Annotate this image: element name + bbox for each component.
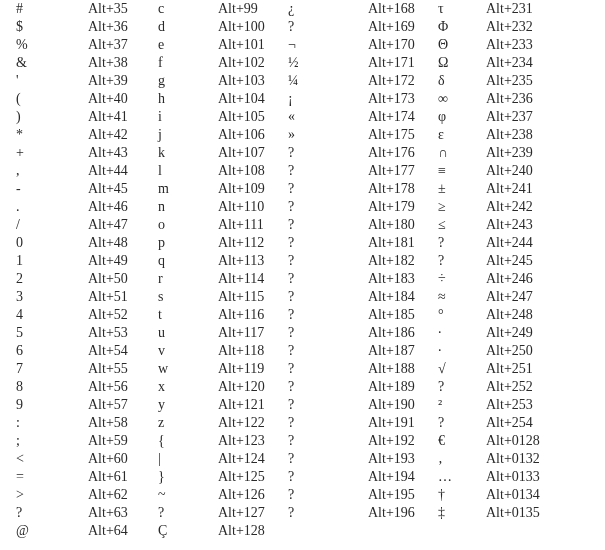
code-cell: Alt+110: [218, 198, 288, 216]
code-cell: Alt+100: [218, 18, 288, 36]
code-cell: Alt+252: [486, 378, 556, 396]
code-cell: Alt+235: [486, 72, 556, 90]
code-cell: Alt+61: [88, 468, 158, 486]
code-cell: Alt+35: [88, 0, 158, 18]
code-cell: Alt+254: [486, 414, 556, 432]
table-row: .Alt+46nAlt+110?Alt+179≥Alt+242: [16, 198, 593, 216]
char-cell: ?: [288, 18, 368, 36]
code-cell: Alt+245: [486, 252, 556, 270]
char-cell: d: [158, 18, 218, 36]
char-cell: 8: [16, 378, 88, 396]
char-cell: |: [158, 450, 218, 468]
char-cell: p: [158, 234, 218, 252]
code-cell: Alt+169: [368, 18, 438, 36]
char-cell: ∩: [438, 144, 486, 162]
char-cell: ±: [438, 180, 486, 198]
code-cell: Alt+172: [368, 72, 438, 90]
char-cell: x: [158, 378, 218, 396]
code-cell: Alt+42: [88, 126, 158, 144]
code-cell: Alt+127: [218, 504, 288, 522]
code-cell: Alt+192: [368, 432, 438, 450]
table-row: 3Alt+51sAlt+115?Alt+184≈Alt+247: [16, 288, 593, 306]
code-cell: Alt+119: [218, 360, 288, 378]
char-cell: u: [158, 324, 218, 342]
char-cell: &: [16, 54, 88, 72]
char-cell: ?: [288, 468, 368, 486]
table-row: &Alt+38fAlt+102½Alt+171ΩAlt+234: [16, 54, 593, 72]
table-row: <Alt+60|Alt+124?Alt+193‚Alt+0132: [16, 450, 593, 468]
char-cell: e: [158, 36, 218, 54]
code-cell: Alt+248: [486, 306, 556, 324]
char-cell: [288, 522, 368, 540]
code-cell: Alt+54: [88, 342, 158, 360]
code-cell: Alt+124: [218, 450, 288, 468]
char-cell: .: [16, 198, 88, 216]
char-cell: ?: [288, 486, 368, 504]
char-cell: »: [288, 126, 368, 144]
code-cell: Alt+175: [368, 126, 438, 144]
table-row: 4Alt+52tAlt+116?Alt+185°Alt+248: [16, 306, 593, 324]
char-cell: w: [158, 360, 218, 378]
code-cell: Alt+107: [218, 144, 288, 162]
code-cell: Alt+176: [368, 144, 438, 162]
char-cell: ≡: [438, 162, 486, 180]
code-cell: Alt+111: [218, 216, 288, 234]
code-cell: Alt+0132: [486, 450, 556, 468]
char-cell: r: [158, 270, 218, 288]
code-cell: [486, 522, 556, 540]
char-cell: /: [16, 216, 88, 234]
char-cell: ?: [438, 414, 486, 432]
code-cell: Alt+108: [218, 162, 288, 180]
table-row: +Alt+43kAlt+107?Alt+176∩Alt+239: [16, 144, 593, 162]
char-cell: ?: [288, 432, 368, 450]
char-cell: Ç: [158, 522, 218, 540]
char-cell: n: [158, 198, 218, 216]
char-cell: …: [438, 468, 486, 486]
char-cell: ¼: [288, 72, 368, 90]
code-cell: Alt+186: [368, 324, 438, 342]
code-cell: Alt+179: [368, 198, 438, 216]
code-cell: Alt+102: [218, 54, 288, 72]
char-cell: ': [16, 72, 88, 90]
table-row: 5Alt+53uAlt+117?Alt+186∙Alt+249: [16, 324, 593, 342]
alt-code-table: #Alt+35cAlt+99¿Alt+168τAlt+231$Alt+36dAl…: [0, 0, 605, 540]
char-cell: o: [158, 216, 218, 234]
code-cell: Alt+234: [486, 54, 556, 72]
char-cell: √: [438, 360, 486, 378]
char-cell: ?: [288, 504, 368, 522]
code-cell: Alt+244: [486, 234, 556, 252]
code-cell: Alt+238: [486, 126, 556, 144]
code-cell: Alt+49: [88, 252, 158, 270]
char-cell: #: [16, 0, 88, 18]
char-cell: ?: [288, 252, 368, 270]
char-cell: ¿: [288, 0, 368, 18]
code-cell: Alt+60: [88, 450, 158, 468]
code-cell: Alt+189: [368, 378, 438, 396]
char-cell: =: [16, 468, 88, 486]
char-cell: 0: [16, 234, 88, 252]
code-cell: Alt+62: [88, 486, 158, 504]
table-row: 'Alt+39gAlt+103¼Alt+172δAlt+235: [16, 72, 593, 90]
char-cell: ?: [288, 450, 368, 468]
char-cell: 5: [16, 324, 88, 342]
char-cell: ?: [288, 378, 368, 396]
table-row: $Alt+36dAlt+100?Alt+169ΦAlt+232: [16, 18, 593, 36]
table-row: %Alt+37eAlt+101¬Alt+170ΘAlt+233: [16, 36, 593, 54]
char-cell: <: [16, 450, 88, 468]
code-cell: Alt+43: [88, 144, 158, 162]
code-cell: Alt+113: [218, 252, 288, 270]
char-cell: Θ: [438, 36, 486, 54]
char-cell: }: [158, 468, 218, 486]
char-cell: Ω: [438, 54, 486, 72]
code-cell: Alt+105: [218, 108, 288, 126]
code-cell: Alt+242: [486, 198, 556, 216]
char-cell: ?: [288, 396, 368, 414]
char-cell: ?: [288, 288, 368, 306]
table-row: 7Alt+55wAlt+119?Alt+188√Alt+251: [16, 360, 593, 378]
char-cell: ?: [288, 180, 368, 198]
code-cell: Alt+99: [218, 0, 288, 18]
char-cell: ?: [16, 504, 88, 522]
table-row: 8Alt+56xAlt+120?Alt+189?Alt+252: [16, 378, 593, 396]
char-cell: ?: [288, 234, 368, 252]
code-cell: Alt+0135: [486, 504, 556, 522]
